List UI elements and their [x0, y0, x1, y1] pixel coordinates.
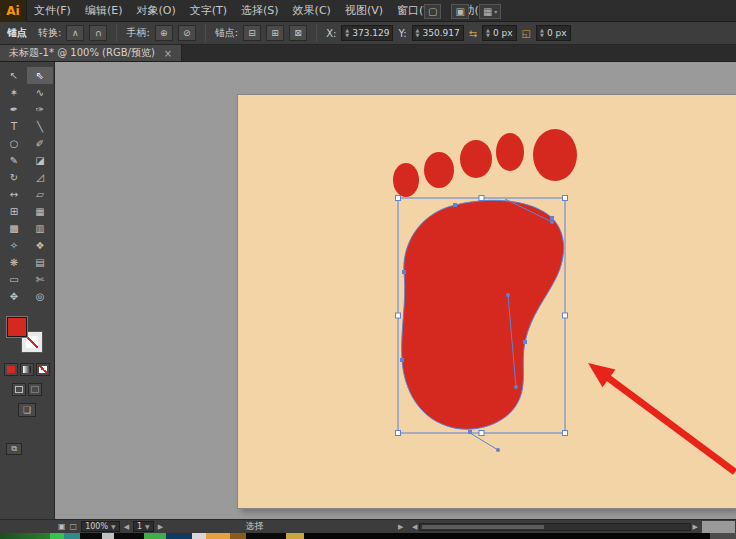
width-tool[interactable]: ↔	[1, 186, 27, 203]
hide-handles-button[interactable]: ⊘	[178, 25, 196, 41]
draw-normal-button[interactable]	[12, 383, 26, 396]
taskbar-item[interactable]	[710, 533, 736, 539]
taskbar-item[interactable]	[166, 533, 192, 539]
selection-tool[interactable]: ↖	[1, 67, 27, 84]
anchor-point[interactable]	[550, 216, 554, 220]
ellipse-tool[interactable]: ○	[1, 135, 27, 152]
handle-dot[interactable]	[550, 220, 554, 224]
y-input[interactable]: ▲▼ 350.917	[412, 25, 464, 41]
selection-handle-s[interactable]	[479, 431, 484, 436]
taskbar-item[interactable]	[102, 533, 114, 539]
stepper-icon[interactable]: ▲▼	[416, 28, 420, 38]
corner-icon[interactable]: ◱	[522, 28, 531, 39]
pencil-tool[interactable]: ✎	[1, 152, 27, 169]
prev-artboard-button[interactable]: ◀	[124, 523, 129, 531]
handle-dot[interactable]	[496, 448, 500, 452]
gradient-button[interactable]	[20, 363, 34, 376]
pen-tool[interactable]: ✒	[1, 101, 27, 118]
color-button[interactable]	[4, 363, 18, 376]
stepper-icon[interactable]: ▲▼	[540, 28, 544, 38]
panel-collapse-button[interactable]: ⧉	[6, 443, 22, 455]
toe-shape-3[interactable]	[460, 140, 492, 178]
selection-handle-e[interactable]	[563, 313, 568, 318]
handle-dot[interactable]	[514, 385, 518, 389]
stepper-icon[interactable]: ▲▼	[486, 28, 490, 38]
status-divider-icon[interactable]: ▶	[398, 523, 403, 531]
toe-shape-4[interactable]	[496, 133, 524, 171]
taskbar-item[interactable]	[286, 533, 304, 539]
paintbrush-tool[interactable]: ✐	[27, 135, 53, 152]
add-anchor-button[interactable]: ⊞	[266, 25, 284, 41]
scrollbar-track[interactable]	[419, 523, 690, 531]
horizontal-scrollbar[interactable]: ◀ ▶	[412, 522, 698, 532]
foot-shape[interactable]	[402, 200, 564, 429]
symbol-sprayer-tool[interactable]: ❋	[1, 254, 27, 271]
document-tab[interactable]: 未标题-1* @ 100% (RGB/预览) ×	[0, 45, 182, 61]
menu-object[interactable]: 对象(O)	[129, 0, 182, 22]
artboard-tool[interactable]: ▭	[1, 271, 27, 288]
toe-shape-1[interactable]	[393, 163, 419, 197]
slice-tool[interactable]: ✄	[27, 271, 53, 288]
selection-handle-ne[interactable]	[563, 196, 568, 201]
taskbar-item[interactable]	[206, 533, 230, 539]
selection-handle-se[interactable]	[563, 431, 568, 436]
stepper-icon[interactable]: ▲▼	[345, 28, 349, 38]
anchor-point[interactable]	[453, 203, 457, 207]
mesh-tool[interactable]: ▩	[1, 220, 27, 237]
menu-select[interactable]: 选择(S)	[234, 0, 286, 22]
shape-builder-tool[interactable]: ⊞	[1, 203, 27, 220]
line-segment-tool[interactable]: ╲	[27, 118, 53, 135]
selection-handle-n[interactable]	[479, 196, 484, 201]
anchor-point[interactable]	[402, 270, 406, 274]
taskbar-item[interactable]	[144, 533, 166, 539]
taskbar-item[interactable]	[230, 533, 246, 539]
screen-mode-button[interactable]: ❏	[18, 403, 36, 417]
width-input[interactable]: ▲▼ 0 px	[482, 25, 517, 41]
convert-smooth-button[interactable]: ∩	[89, 25, 107, 41]
canvas[interactable]	[55, 62, 736, 519]
taskbar-item[interactable]	[192, 533, 206, 539]
menu-file[interactable]: 文件(F)	[27, 0, 78, 22]
perspective-grid-tool[interactable]: ▦	[27, 203, 53, 220]
scroll-right-icon[interactable]: ▶	[693, 523, 698, 531]
link-dimensions-icon[interactable]: ⇆	[469, 28, 477, 39]
scrollbar-thumb[interactable]	[422, 525, 543, 529]
menu-type[interactable]: 文字(T)	[183, 0, 234, 22]
remove-anchor-button[interactable]: ⊟	[243, 25, 261, 41]
height-input[interactable]: ▲▼ 0 px	[536, 25, 571, 41]
toe-shape-2[interactable]	[424, 152, 454, 188]
fill-swatch[interactable]	[7, 317, 27, 337]
maximize-icon[interactable]: ▢	[424, 4, 441, 19]
type-tool[interactable]: T	[1, 118, 27, 135]
menu-effect[interactable]: 效果(C)	[286, 0, 338, 22]
zoom-tool[interactable]: ◎	[27, 288, 53, 305]
status-icon-2[interactable]: ▢	[70, 522, 78, 531]
footprint-toes[interactable]	[393, 129, 577, 197]
show-handles-button[interactable]: ⊕	[155, 25, 173, 41]
status-icon-1[interactable]: ▣	[58, 522, 66, 531]
hand-tool[interactable]: ✥	[1, 288, 27, 305]
toe-shape-big[interactable]	[533, 129, 577, 181]
cut-path-button[interactable]: ⊠	[289, 25, 307, 41]
arrange-documents-button[interactable]: ▦ ▾	[479, 4, 501, 19]
x-input[interactable]: ▲▼ 373.129	[341, 25, 393, 41]
eraser-tool[interactable]: ◪	[27, 152, 53, 169]
rotate-tool[interactable]: ↻	[1, 169, 27, 186]
add-anchor-point-tool[interactable]: ✑	[27, 101, 53, 118]
taskbar-item[interactable]	[50, 533, 64, 539]
scale-tool[interactable]: ◿	[27, 169, 53, 186]
taskbar-item[interactable]	[0, 533, 50, 539]
next-artboard-button[interactable]: ▶	[158, 523, 163, 531]
anchor-point[interactable]	[400, 358, 404, 362]
handle-dot[interactable]	[506, 293, 510, 297]
zoom-select[interactable]: 100% ▼	[81, 521, 120, 532]
menu-view[interactable]: 视图(V)	[338, 0, 390, 22]
anchor-point[interactable]	[468, 430, 472, 434]
artboard-nav-select[interactable]: 1 ▼	[133, 521, 154, 532]
direct-selection-tool[interactable]: ⇖	[27, 67, 53, 84]
selection-handle-nw[interactable]	[396, 196, 401, 201]
blend-tool[interactable]: ❖	[27, 237, 53, 254]
workspace-icon[interactable]: ▣	[451, 4, 468, 19]
convert-corner-button[interactable]: ∧	[66, 25, 84, 41]
taskbar-item[interactable]	[64, 533, 80, 539]
